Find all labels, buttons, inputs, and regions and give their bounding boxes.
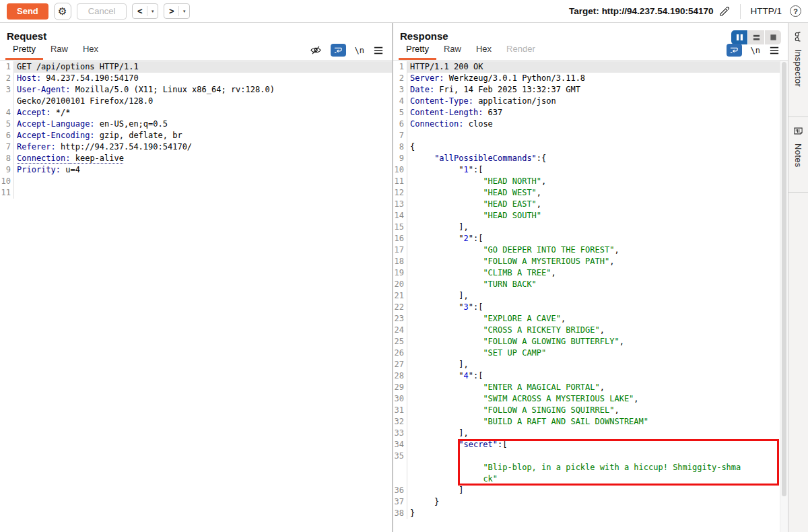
scrollbar-thumb[interactable] bbox=[782, 62, 786, 496]
history-forward-button[interactable]: > ▾ bbox=[164, 3, 190, 19]
code-line bbox=[407, 451, 780, 462]
gear-icon: ⚙ bbox=[58, 5, 67, 17]
rows-layout-icon bbox=[753, 34, 760, 41]
target-label: Target: http://94.237.54.190:54170 bbox=[569, 6, 713, 16]
code-row: 6Accept-Encoding: gzip, deflate, br bbox=[0, 130, 392, 141]
code-row: 32 "BUILD A RAFT AND SAIL DOWNSTREAM" bbox=[393, 416, 780, 428]
glasses-icon bbox=[793, 32, 803, 42]
editor-menu-button[interactable] bbox=[769, 46, 780, 55]
single-layout-button[interactable] bbox=[765, 30, 781, 44]
send-button[interactable]: Send bbox=[7, 3, 48, 20]
code-line: ], bbox=[407, 428, 780, 439]
line-number: 17 bbox=[393, 244, 407, 256]
help-icon[interactable]: ? bbox=[790, 5, 801, 17]
request-tab-pretty[interactable]: Pretty bbox=[5, 40, 43, 60]
line-number: 11 bbox=[393, 176, 407, 187]
code-line: Date: Fri, 14 Feb 2025 13:32:37 GMT bbox=[407, 84, 780, 96]
line-number: 36 bbox=[393, 485, 407, 496]
line-number: 24 bbox=[393, 325, 407, 336]
history-back-button[interactable]: < ▾ bbox=[132, 3, 158, 19]
code-row: 27 ], bbox=[393, 359, 780, 370]
pencil-icon bbox=[718, 5, 731, 18]
rows-layout-button[interactable] bbox=[748, 30, 764, 44]
code-line: Accept: */* bbox=[14, 107, 392, 119]
code-line: Server: Werkzeug/3.0.1 Python/3.11.8 bbox=[407, 73, 780, 84]
line-number: 37 bbox=[393, 496, 407, 508]
code-row: 12 "HEAD WEST", bbox=[393, 187, 780, 199]
request-editor[interactable]: 1GET /api/options HTTP/1.12Host: 94.237.… bbox=[0, 61, 392, 532]
chevron-down-icon[interactable]: ▾ bbox=[179, 4, 189, 18]
line-number: 13 bbox=[393, 199, 407, 210]
response-editor-icons: \n bbox=[727, 44, 780, 60]
code-line: "FOLLOW A MYSTERIOUS PATH", bbox=[407, 256, 780, 267]
code-row: 13 "HEAD EAST", bbox=[393, 199, 780, 210]
sidebar-tab-notes[interactable]: Notes bbox=[788, 117, 808, 193]
line-number: 8 bbox=[0, 153, 14, 164]
code-row: 7Referer: http://94.237.54.190:54170/ bbox=[0, 141, 392, 153]
code-line: "Blip-blop, in a pickle with a hiccup! S… bbox=[407, 462, 780, 473]
code-line bbox=[14, 176, 392, 187]
response-tab-render[interactable]: Render bbox=[499, 40, 543, 60]
code-row: 14 "HEAD SOUTH" bbox=[393, 210, 780, 222]
line-number: 9 bbox=[393, 153, 407, 164]
code-line: Content-Type: application/json bbox=[407, 96, 780, 107]
request-panel: Request Pretty Raw Hex \n bbox=[0, 23, 393, 532]
line-number: 20 bbox=[393, 279, 407, 290]
code-line: Accept-Language: en-US,en;q=0.5 bbox=[14, 119, 392, 130]
code-line: ck" bbox=[407, 473, 780, 485]
request-editor-icons: \n bbox=[310, 44, 384, 60]
edit-target-button[interactable] bbox=[718, 5, 731, 18]
line-number: 16 bbox=[393, 233, 407, 244]
code-row: 34 "secret":[ bbox=[393, 439, 780, 451]
menu-icon bbox=[769, 46, 780, 55]
line-number: 18 bbox=[393, 256, 407, 267]
sidebar-tab-label: Inspector bbox=[793, 49, 803, 87]
request-tab-raw[interactable]: Raw bbox=[43, 40, 75, 60]
response-scrollbar[interactable] bbox=[780, 61, 788, 532]
forward-arrow-icon: > bbox=[164, 4, 178, 18]
code-row: 20 "TURN BACK" bbox=[393, 279, 780, 290]
code-line: HTTP/1.1 200 OK bbox=[407, 61, 780, 73]
single-layout-icon bbox=[770, 34, 777, 41]
sidebar-tab-inspector[interactable]: Inspector bbox=[788, 23, 808, 117]
hide-non-printable-button[interactable] bbox=[310, 44, 322, 56]
code-row: ck" bbox=[393, 473, 780, 485]
word-wrap-toggle[interactable] bbox=[331, 44, 346, 57]
settings-gear-button[interactable]: ⚙ bbox=[54, 3, 71, 20]
line-number: 21 bbox=[393, 290, 407, 302]
code-row: 10 "1":[ bbox=[393, 164, 780, 176]
line-number bbox=[0, 96, 14, 107]
response-editor[interactable]: 1HTTP/1.1 200 OK2Server: Werkzeug/3.0.1 … bbox=[393, 61, 788, 532]
response-tab-raw[interactable]: Raw bbox=[436, 40, 469, 60]
code-row: 38} bbox=[393, 508, 780, 519]
code-line: Accept-Encoding: gzip, deflate, br bbox=[14, 130, 392, 141]
code-line: } bbox=[407, 496, 780, 508]
chevron-down-icon[interactable]: ▾ bbox=[147, 4, 158, 18]
columns-layout-button[interactable] bbox=[731, 30, 747, 44]
code-row: 6Connection: close bbox=[393, 119, 780, 130]
code-row: 37 } bbox=[393, 496, 780, 508]
line-number: 29 bbox=[393, 382, 407, 393]
code-row: 36 ] bbox=[393, 485, 780, 496]
editor-menu-button[interactable] bbox=[373, 46, 384, 55]
cancel-button[interactable]: Cancel bbox=[77, 3, 127, 20]
line-number: 11 bbox=[0, 187, 14, 199]
code-row: 11 bbox=[0, 187, 392, 199]
line-number: 5 bbox=[0, 119, 14, 130]
show-newlines-button[interactable]: \n bbox=[751, 46, 760, 55]
code-row: "Blip-blop, in a pickle with a hiccup! S… bbox=[393, 462, 780, 473]
line-number: 23 bbox=[393, 313, 407, 325]
code-line: Connection: close bbox=[407, 119, 780, 130]
word-wrap-icon bbox=[729, 46, 739, 55]
code-row: 30 "SWIM ACROSS A MYSTERIOUS LAKE", bbox=[393, 393, 780, 405]
code-row: 21 ], bbox=[393, 290, 780, 302]
code-line: "TURN BACK" bbox=[407, 279, 780, 290]
request-tab-hex[interactable]: Hex bbox=[75, 40, 106, 60]
response-tab-pretty[interactable]: Pretty bbox=[399, 40, 436, 60]
code-row: 17 "GO DEEPER INTO THE FOREST", bbox=[393, 244, 780, 256]
code-line: "CROSS A RICKETY BRIDGE", bbox=[407, 325, 780, 336]
word-wrap-toggle[interactable] bbox=[727, 44, 742, 57]
code-row: 23 "EXPLORE A CAVE", bbox=[393, 313, 780, 325]
show-newlines-button[interactable]: \n bbox=[355, 46, 364, 55]
response-tab-hex[interactable]: Hex bbox=[469, 40, 499, 60]
